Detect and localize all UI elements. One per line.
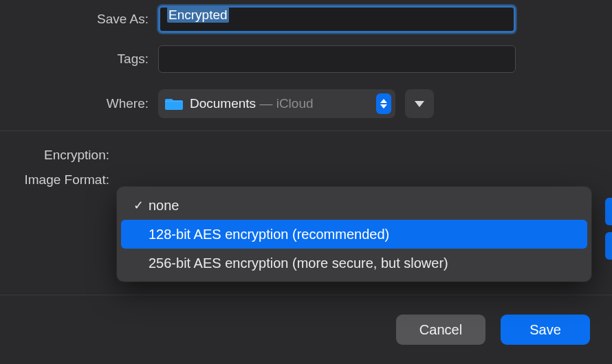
option-label: 128-bit AES encryption (recommended)	[146, 227, 389, 242]
encryption-select-edge[interactable]	[605, 198, 612, 225]
chevron-down-icon	[415, 101, 424, 107]
where-label: Where:	[0, 96, 158, 111]
updown-stepper-icon	[376, 93, 391, 114]
encryption-label: Encryption:	[0, 148, 113, 163]
option-label: none	[146, 198, 179, 214]
image-format-select-edge[interactable]	[605, 232, 612, 260]
folder-icon	[165, 97, 183, 111]
tags-label: Tags:	[0, 52, 158, 67]
section-divider	[0, 130, 612, 131]
tags-input[interactable]	[158, 45, 516, 73]
filename-input[interactable]: Encrypted	[158, 5, 516, 33]
encryption-dropdown[interactable]: ✓ none 128-bit AES encryption (recommend…	[117, 187, 591, 282]
checkmark-icon: ✓	[131, 198, 146, 213]
encryption-option-256[interactable]: 256-bit AES encryption (more secure, but…	[121, 249, 587, 277]
save-as-label: Save As:	[0, 12, 158, 27]
option-label: 256-bit AES encryption (more secure, but…	[146, 255, 448, 271]
encryption-option-128[interactable]: 128-bit AES encryption (recommended)	[121, 220, 587, 249]
filename-value: Encrypted	[167, 7, 229, 23]
cancel-button[interactable]: Cancel	[396, 315, 485, 345]
where-source: iCloud	[276, 96, 314, 111]
where-separator: —	[256, 96, 276, 111]
encryption-option-none[interactable]: ✓ none	[121, 191, 587, 220]
where-popup-button[interactable]: Documents — iCloud	[158, 89, 395, 118]
expand-button[interactable]	[405, 89, 434, 118]
save-button[interactable]: Save	[501, 315, 590, 345]
footer-divider	[0, 295, 612, 295]
where-folder-name: Documents	[190, 96, 256, 111]
image-format-label: Image Format:	[0, 172, 113, 187]
